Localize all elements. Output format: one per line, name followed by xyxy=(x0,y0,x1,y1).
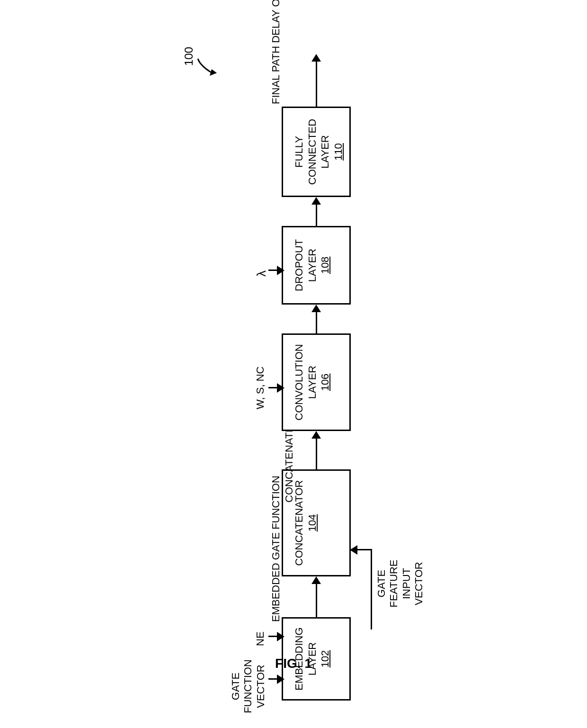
embedded-gate-label: EMBEDDED GATE FUNCTION xyxy=(270,565,282,622)
figure-label: FIG. 1 xyxy=(275,656,312,671)
wsnc-label: W, S, NC xyxy=(254,366,267,409)
arrow-output: FINAL PATH DELAY OUTPUT xyxy=(311,54,321,107)
convolution-layer-block: CONVOLUTION LAYER 106 xyxy=(282,333,351,431)
fc-ref: 110 xyxy=(332,143,344,161)
arrow-wsnc-down xyxy=(268,383,285,393)
arrow-gate-function-down xyxy=(268,674,285,684)
concat-ref: 104 xyxy=(306,514,318,531)
arrow-dropout-to-fc xyxy=(311,197,321,226)
gate-feature-label: GATE FEATURE INPUT VECTOR xyxy=(375,548,426,619)
diagram-number: 100 xyxy=(182,47,196,66)
gate-function-vector-label: GATE FUNCTION VECTOR xyxy=(230,658,267,715)
conv-ref: 106 xyxy=(319,373,331,391)
embedding-ref: 102 xyxy=(319,650,331,667)
arrow-ne-down xyxy=(268,632,285,641)
ne-label: NE xyxy=(254,631,267,646)
lambda-label: λ xyxy=(254,270,269,277)
dropout-layer-block: DROPOUT LAYER 108 xyxy=(282,226,351,305)
dropout-label: DROPOUT LAYER xyxy=(293,239,318,291)
fc-layer-block: FULLY CONNECTED LAYER 110 xyxy=(282,107,351,197)
output-label: FINAL PATH DELAY OUTPUT xyxy=(270,47,282,104)
svg-marker-0 xyxy=(210,69,217,76)
arrow-concat-to-conv: CONCATENATED VECTOR xyxy=(311,431,321,469)
callout-curve xyxy=(196,54,219,78)
arrow-lambda-down xyxy=(268,266,285,275)
fc-label: FULLY CONNECTED LAYER xyxy=(293,118,331,184)
conv-label: CONVOLUTION LAYER xyxy=(293,344,318,420)
arrow-embedding-to-concat: EMBEDDED GATE FUNCTION xyxy=(311,576,321,617)
arrow-conv-to-dropout xyxy=(311,305,321,333)
dropout-ref: 108 xyxy=(319,256,331,274)
